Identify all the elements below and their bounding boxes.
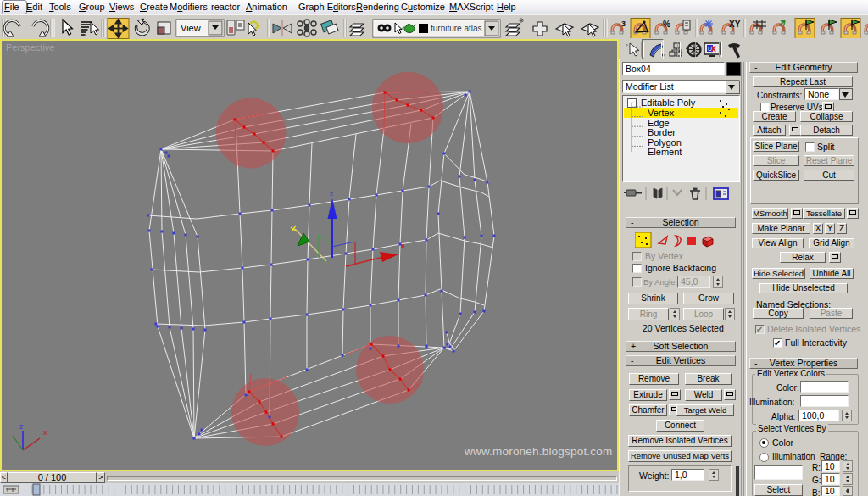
svg-text:furniture atlas: furniture atlas bbox=[431, 24, 482, 33]
svg-text:%: % bbox=[663, 20, 670, 29]
svg-text:x: x bbox=[43, 428, 47, 437]
svg-text:3: 3 bbox=[621, 20, 626, 28]
svg-text:z: z bbox=[19, 422, 24, 431]
svg-text:View: View bbox=[181, 23, 201, 33]
svg-text:XY: XY bbox=[729, 20, 741, 29]
svg-text:z: z bbox=[330, 190, 333, 198]
